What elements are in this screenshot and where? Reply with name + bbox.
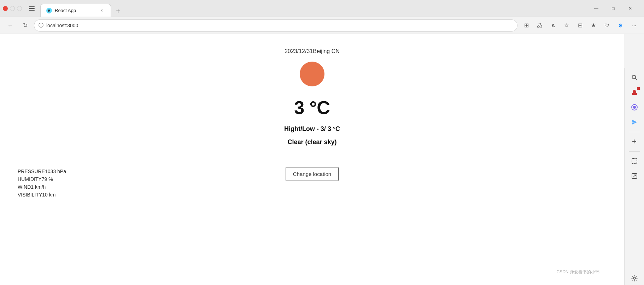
sidebar-screenshot-btn[interactable] [628,154,641,168]
split-view-btn[interactable]: ⊞ [520,19,532,32]
wind-label: WIND [18,184,31,190]
svg-rect-7 [633,90,636,92]
minimize-btn[interactable]: — [588,2,604,15]
wind-stat: WIND1 km/h [18,184,66,190]
visibility-stat: VISIBILITY10 km [18,192,66,198]
csdn-watermark: CSDN @爱看书的小环 [556,269,599,275]
read-aloud-btn[interactable]: あ [534,19,546,32]
traffic-red[interactable] [3,6,8,11]
sidebar-open-btn[interactable] [628,169,641,183]
nav-actions: ⊞ あ A ☆ ⊟ ★ 🛡 ⚙ ··· [520,19,640,32]
favorites-btn[interactable]: ☆ [561,19,573,32]
humidity-stat: HUMIDITY79 % [18,176,66,182]
title-bar: R React App × + — □ ✕ [0,0,644,17]
traffic-yellow[interactable] [10,6,15,11]
sidebar-send-btn[interactable] [628,115,641,129]
svg-rect-0 [29,6,35,7]
weather-container: 2023/12/31Beijing CN 3 °C Hight/Low - 3/… [7,48,617,181]
svg-point-12 [633,277,636,279]
sidebar-toggle-btn[interactable] [26,3,37,14]
wind-value: 1 km/h [31,184,46,190]
sidebar-add-btn[interactable]: + [628,135,641,148]
temperature: 3 °C [294,97,330,118]
address-bar[interactable]: ⓘ localhost:3000 [34,19,517,32]
sidebar-tools-btn[interactable] [628,86,641,99]
svg-point-9 [633,106,636,109]
maximize-btn[interactable]: □ [605,2,621,15]
new-tab-btn[interactable]: + [112,5,124,17]
change-location-btn[interactable]: Change location [286,167,339,181]
address-text: localhost:3000 [46,23,513,28]
traffic-lights [3,6,22,11]
pressure-stat: PRESSURE1033 hPa [18,169,66,174]
svg-rect-2 [29,10,35,11]
date-location: 2023/12/31Beijing CN [285,48,340,55]
refresh-icon: ↻ [23,22,28,29]
nav-bar: ← ↻ ⓘ localhost:3000 ⊞ あ A ☆ ⊟ ★ 🛡 ⚙ ··· [0,17,644,34]
back-btn[interactable]: ← [4,19,16,32]
tab-favicon: R [46,8,52,13]
condition: Clear (clear sky) [287,138,336,146]
humidity-value: 79 % [42,176,53,182]
tab-bar: R React App × + [40,0,588,17]
svg-line-4 [635,79,637,80]
refresh-btn[interactable]: ↻ [19,19,31,32]
humidity-label: HUMIDITY [18,176,42,182]
collections-btn[interactable]: ★ [587,19,599,32]
svg-rect-5 [632,93,637,95]
visibility-label: VISIBILITY [18,192,42,198]
more-btn[interactable]: ··· [628,19,640,32]
font-size-btn[interactable]: A [547,19,559,32]
sidebar-search-btn[interactable] [628,71,641,84]
window-controls: — □ ✕ [588,2,641,15]
svg-rect-1 [29,8,35,9]
page-content: 2023/12/31Beijing CN 3 °C Hight/Low - 3/… [0,34,624,285]
pressure-label: PRESSURE [18,169,45,174]
sun-icon [300,62,324,86]
svg-rect-10 [632,159,637,164]
tab-title: React App [55,8,96,13]
stats-panel: PRESSURE1033 hPa HUMIDITY79 % WIND1 km/h… [18,169,66,198]
browser-window: R React App × + — □ ✕ ← ↻ ⓘ localhost:30… [0,0,644,285]
close-btn[interactable]: ✕ [622,2,638,15]
back-icon: ← [7,22,13,29]
info-icon[interactable]: ⓘ [39,22,43,29]
tab-close-btn[interactable]: × [99,7,105,14]
profile-btn[interactable]: ⚙ [614,19,626,32]
sidebar-settings-btn[interactable] [628,272,641,285]
browser-shield-btn[interactable]: 🛡 [601,19,613,32]
reading-view-btn[interactable]: ⊟ [574,19,586,32]
sidebar-divider-2 [629,151,640,152]
right-sidebar: + [624,68,644,285]
pressure-value: 1033 hPa [45,169,66,174]
sidebar-copilot-btn[interactable] [628,101,641,114]
visibility-value: 10 km [42,192,55,198]
high-low: Hight/Low - 3/ 3 °C [284,125,340,133]
traffic-green[interactable] [17,6,22,11]
active-tab[interactable]: R React App × [40,4,111,17]
sidebar-divider-1 [629,132,640,132]
